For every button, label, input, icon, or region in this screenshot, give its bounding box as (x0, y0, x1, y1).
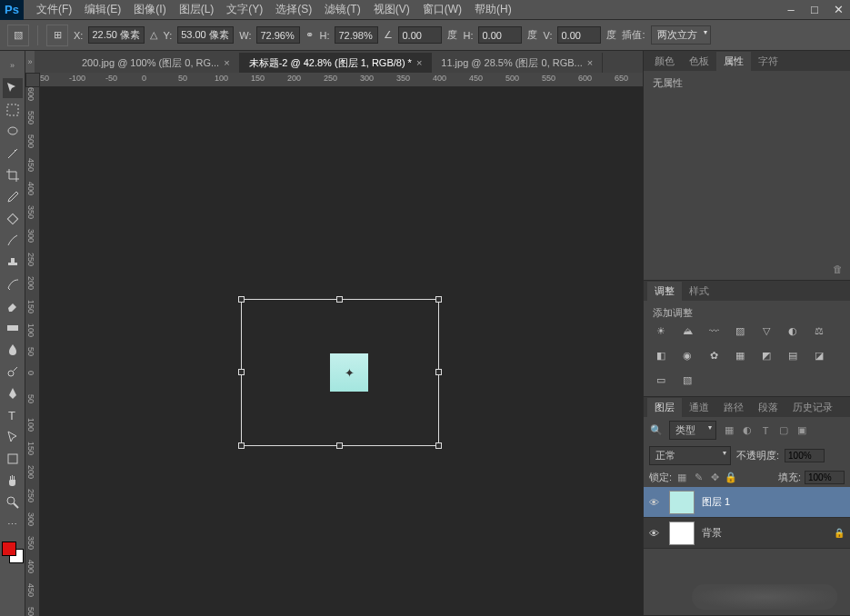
tab-styles[interactable]: 样式 (682, 282, 716, 301)
handle-r[interactable] (435, 369, 442, 375)
lookup-icon[interactable]: ▦ (732, 348, 748, 363)
interpolation-dropdown[interactable]: 两次立方 (651, 25, 711, 45)
color-swatches[interactable] (2, 541, 24, 563)
minimize-button[interactable]: – (779, 0, 803, 20)
exposure-icon[interactable]: ▨ (732, 323, 748, 338)
tab-character[interactable]: 字符 (751, 52, 785, 71)
lock-all-icon[interactable]: 🔒 (725, 472, 737, 484)
delta-icon[interactable]: △ (150, 29, 157, 41)
tab-channels[interactable]: 通道 (682, 398, 716, 417)
layer-thumbnail[interactable] (669, 522, 695, 545)
stamp-tool[interactable] (3, 253, 23, 273)
reference-point-icon[interactable]: ⊞ (46, 25, 68, 46)
tab-paragraph[interactable]: 段落 (751, 398, 785, 417)
invert-icon[interactable]: ◩ (758, 348, 775, 363)
menu-view[interactable]: 视图(V) (368, 0, 415, 20)
marquee-tool[interactable] (3, 100, 23, 120)
trash-icon[interactable]: 🗑 (833, 263, 843, 278)
angle-input[interactable] (398, 26, 442, 44)
lock-pixels-icon[interactable]: ✎ (692, 472, 705, 484)
selective-color-icon[interactable]: ▧ (679, 373, 695, 387)
dodge-tool[interactable] (3, 362, 23, 382)
handle-br[interactable] (435, 442, 442, 449)
filter-pixel-icon[interactable]: ▦ (722, 423, 736, 438)
hue-icon[interactable]: ◐ (785, 323, 801, 338)
ruler-horizontal[interactable]: -150-100-5005010015020025030035040045050… (40, 73, 643, 87)
tab-adjustments[interactable]: 调整 (647, 282, 682, 301)
tab-paths[interactable]: 路径 (716, 398, 751, 417)
move-tool[interactable] (3, 78, 23, 98)
close-icon[interactable]: × (587, 57, 593, 68)
ruler-vertical[interactable]: 6005505004504003503002502001501005005010… (25, 87, 40, 616)
photo-filter-icon[interactable]: ◉ (679, 348, 695, 363)
menu-select[interactable]: 选择(S) (270, 0, 317, 20)
fill-input[interactable] (805, 471, 845, 484)
close-icon[interactable]: × (224, 57, 229, 68)
doc-tab-3[interactable]: 11.jpg @ 28.5% (图层 0, RGB...× (432, 53, 603, 73)
visibility-icon[interactable]: 👁 (649, 528, 662, 539)
search-icon[interactable]: 🔍 (649, 423, 664, 438)
layer-row[interactable]: 👁 背景 🔒 (644, 518, 850, 549)
y-input[interactable] (177, 26, 234, 44)
lock-position-icon[interactable]: ✥ (708, 472, 721, 484)
opacity-input[interactable] (785, 449, 825, 462)
link-icon[interactable]: ⚭ (305, 29, 314, 41)
tab-properties[interactable]: 属性 (716, 52, 751, 71)
menu-edit[interactable]: 编辑(E) (79, 0, 126, 20)
healing-tool[interactable] (3, 209, 23, 229)
doc-tab-2[interactable]: 未标题-2 @ 42.8% (图层 1, RGB/8) *× (240, 53, 433, 73)
layer-thumbnail[interactable] (669, 491, 695, 514)
eyedropper-tool[interactable] (3, 187, 23, 207)
canvas[interactable]: ✦ (40, 87, 643, 616)
posterize-icon[interactable]: ▤ (785, 348, 801, 363)
lock-transparency-icon[interactable]: ▦ (675, 472, 688, 484)
type-tool[interactable]: T (3, 405, 23, 425)
blend-mode-dropdown[interactable]: 正常 (649, 446, 731, 465)
tab-color[interactable]: 颜色 (647, 52, 682, 71)
h-input[interactable] (335, 26, 378, 44)
blur-tool[interactable] (3, 340, 23, 360)
bw-icon[interactable]: ◧ (653, 348, 669, 363)
brightness-icon[interactable]: ☀ (653, 323, 669, 338)
shape-tool[interactable] (3, 449, 23, 469)
menu-window[interactable]: 窗口(W) (417, 0, 467, 20)
maximize-button[interactable]: □ (803, 0, 826, 20)
levels-icon[interactable]: ⛰ (679, 323, 695, 338)
gradient-tool[interactable] (3, 318, 23, 338)
tab-history[interactable]: 历史记录 (785, 398, 840, 417)
path-select-tool[interactable] (3, 427, 23, 447)
transform-bounding-box[interactable] (241, 299, 439, 446)
skew-h-input[interactable] (478, 26, 522, 44)
zoom-tool[interactable] (3, 492, 23, 512)
handle-tr[interactable] (435, 296, 442, 303)
x-input[interactable] (88, 26, 145, 44)
balance-icon[interactable]: ⚖ (811, 323, 827, 338)
handle-b[interactable] (336, 442, 343, 449)
skew-v-input[interactable] (557, 26, 601, 44)
magic-wand-tool[interactable] (3, 144, 23, 164)
tab-layers[interactable]: 图层 (647, 398, 682, 417)
gradient-map-icon[interactable]: ▭ (653, 373, 669, 387)
menu-type[interactable]: 文字(Y) (221, 0, 268, 20)
foreground-color[interactable] (2, 541, 16, 556)
eraser-tool[interactable] (3, 296, 23, 316)
crop-tool[interactable] (3, 165, 23, 185)
transform-tool-icon[interactable]: ▧ (7, 25, 29, 46)
handle-t[interactable] (336, 296, 343, 303)
menu-filter[interactable]: 滤镜(T) (319, 0, 365, 20)
channel-mixer-icon[interactable]: ✿ (705, 348, 722, 363)
panel-expand[interactable]: » (25, 51, 35, 73)
close-icon[interactable]: × (416, 57, 422, 68)
tab-swatches[interactable]: 色板 (682, 52, 716, 71)
w-input[interactable] (256, 26, 300, 44)
doc-tab-1[interactable]: 200.jpg @ 100% (图层 0, RG...× (73, 53, 240, 73)
toolbox-expand[interactable]: » (8, 55, 17, 76)
handle-tl[interactable] (238, 296, 245, 303)
layer-name[interactable]: 背景 (702, 526, 722, 540)
filter-type-icon[interactable]: T (758, 423, 773, 438)
brush-tool[interactable] (3, 231, 23, 251)
layer-name[interactable]: 图层 1 (702, 495, 730, 509)
pen-tool[interactable] (3, 383, 23, 403)
filter-smart-icon[interactable]: ▣ (795, 423, 809, 438)
threshold-icon[interactable]: ◪ (811, 348, 827, 363)
